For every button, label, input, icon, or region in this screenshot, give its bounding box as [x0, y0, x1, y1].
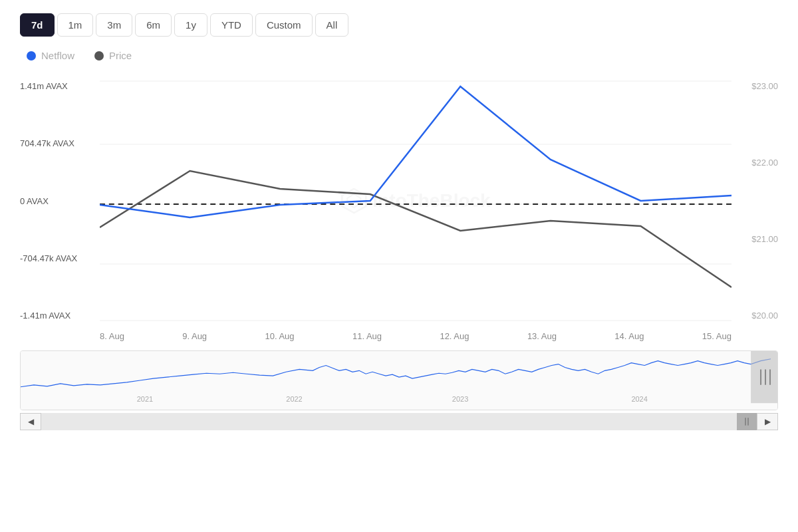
- chart-svg-container: IntoTheBlock: [100, 74, 732, 327]
- btn-all[interactable]: All: [315, 13, 349, 37]
- chart-svg: [100, 74, 732, 327]
- btn-custom[interactable]: Custom: [255, 13, 313, 37]
- svg-text:2024: 2024: [631, 395, 647, 403]
- x-axis: 8. Aug 9. Aug 10. Aug 11. Aug 12. Aug 13…: [20, 327, 778, 345]
- y-right-2: $22.00: [732, 158, 778, 168]
- main-container: 7d 1m 3m 6m 1y YTD Custom All Netflow Pr…: [0, 0, 798, 532]
- x-label-0: 8. Aug: [100, 331, 124, 341]
- y-label-5: -1.41m AVAX: [20, 311, 100, 321]
- y-label-4: -704.47k AVAX: [20, 253, 100, 263]
- x-label-3: 11. Aug: [352, 331, 382, 341]
- x-label-4: 12. Aug: [440, 331, 469, 341]
- legend-price: Price: [94, 50, 132, 61]
- y-label-1: 1.41m AVAX: [20, 81, 100, 91]
- nav-track: [41, 413, 757, 430]
- btn-ytd[interactable]: YTD: [210, 13, 253, 37]
- y-right-4: $20.00: [732, 311, 778, 321]
- btn-1y[interactable]: 1y: [174, 13, 207, 37]
- netflow-label: Netflow: [41, 50, 74, 61]
- nav-thumb[interactable]: [737, 413, 757, 430]
- time-range-selector: 7d 1m 3m 6m 1y YTD Custom All: [20, 13, 778, 37]
- btn-6m[interactable]: 6m: [135, 13, 172, 37]
- y-right-3: $21.00: [732, 234, 778, 244]
- nav-prev-button[interactable]: ◀: [20, 413, 41, 430]
- x-label-6: 14. Aug: [614, 331, 644, 341]
- mini-chart: 2021 2022 2023 2024: [20, 350, 778, 410]
- netflow-dot: [27, 51, 36, 61]
- svg-text:2023: 2023: [452, 395, 468, 403]
- x-label-2: 10. Aug: [265, 331, 294, 341]
- btn-7d[interactable]: 7d: [20, 13, 55, 37]
- nav-line-2: [747, 418, 749, 426]
- chart-navigator: ◀ ▶: [20, 413, 778, 430]
- svg-text:2022: 2022: [286, 395, 302, 403]
- price-label: Price: [109, 50, 132, 61]
- nav-next-button[interactable]: ▶: [757, 413, 778, 430]
- btn-1m[interactable]: 1m: [57, 13, 94, 37]
- y-axis-right: $23.00 $22.00 $21.00 $20.00: [732, 74, 778, 327]
- legend-netflow: Netflow: [27, 50, 74, 61]
- price-dot: [94, 51, 104, 61]
- chart-wrapper: 1.41m AVAX 704.47k AVAX 0 AVAX -704.47k …: [20, 74, 778, 430]
- svg-rect-13: [751, 351, 777, 403]
- nav-thumb-handle: [745, 418, 749, 426]
- y-label-3: 0 AVAX: [20, 196, 100, 206]
- x-label-5: 13. Aug: [527, 331, 557, 341]
- svg-text:2021: 2021: [137, 395, 153, 403]
- chart-legend: Netflow Price: [20, 50, 778, 61]
- mini-chart-svg: 2021 2022 2023 2024: [21, 351, 777, 410]
- y-label-2: 704.47k AVAX: [20, 138, 100, 148]
- btn-3m[interactable]: 3m: [96, 13, 132, 37]
- nav-line-1: [745, 418, 746, 426]
- y-axis-left: 1.41m AVAX 704.47k AVAX 0 AVAX -704.47k …: [20, 74, 100, 327]
- main-chart: 1.41m AVAX 704.47k AVAX 0 AVAX -704.47k …: [20, 74, 778, 327]
- x-label-1: 9. Aug: [182, 331, 207, 341]
- svg-rect-8: [21, 351, 777, 410]
- x-label-7: 15. Aug: [702, 331, 732, 341]
- y-right-1: $23.00: [732, 81, 778, 91]
